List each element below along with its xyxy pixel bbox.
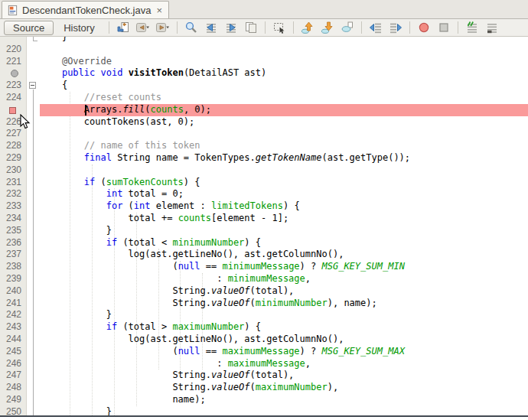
line-number[interactable]: 232 [0,188,26,200]
line-number[interactable]: 237 [0,249,26,261]
shift-line-right-button[interactable] [386,20,405,35]
line-number[interactable]: 231 [0,177,26,189]
breakpoint-glyph[interactable] [9,107,16,114]
fold-toggle[interactable] [29,82,36,89]
find-selection-button[interactable] [182,20,200,35]
stop-macro-recording-button[interactable] [435,20,453,35]
code-line-240: 240 String.valueOf(total), [0,285,528,298]
code-text[interactable]: : minimumMessage, [40,273,528,285]
line-number[interactable] [0,37,26,44]
code-text[interactable]: String.valueOf(maximumNumber), [40,382,528,394]
back-icon [135,21,150,34]
fold-column [26,309,40,321]
toolbar-separator [458,21,458,34]
code-text[interactable]: for (int element : limitedTokens) { [40,200,528,213]
line-number[interactable]: 223 [0,80,26,92]
line-number[interactable]: 233 [0,200,26,213]
code-line-243: 243 if (total > maximumNumber) { [0,321,528,334]
tab-descendanttokencheck[interactable]: DescendantTokenCheck.java × [2,1,169,18]
find-next-button[interactable] [222,20,240,35]
line-number[interactable]: 249 [0,394,26,406]
line-number[interactable]: 230 [0,164,26,177]
forward-button[interactable] [154,20,172,35]
code-text[interactable]: //reset counts [40,92,528,104]
line-number[interactable]: 236 [0,237,26,249]
code-text[interactable]: (null == minimumMessage) ? MSG_KEY_SUM_M… [40,261,528,273]
start-macro-recording-button[interactable] [415,20,433,35]
line-number[interactable]: 227 [0,128,26,140]
line-number[interactable]: 247 [0,370,26,382]
code-text[interactable]: } [40,309,528,321]
line-number[interactable]: 246 [0,358,26,370]
shift-line-left-button[interactable] [367,20,385,35]
line-number[interactable] [0,67,26,80]
line-number[interactable]: 242 [0,309,26,321]
line-number[interactable]: 235 [0,225,26,237]
toolbar-separator [293,21,294,34]
next-bookmark-button[interactable] [318,20,337,35]
line-number[interactable]: 229 [0,152,26,164]
comment-button[interactable] [463,20,481,35]
toggle-bookmark-button[interactable] [338,20,357,35]
line-number[interactable]: 245 [0,346,26,358]
history-button[interactable]: History [55,21,103,34]
code-text[interactable]: } [40,406,528,415]
previous-bookmark-button[interactable] [298,20,317,35]
fold-column [26,92,40,104]
line-number[interactable]: 238 [0,261,26,273]
line-number[interactable]: 241 [0,298,26,310]
code-text[interactable]: String.valueOf(total), [40,285,528,298]
uncomment-button[interactable] [483,20,501,35]
line-number[interactable]: 228 [0,140,26,152]
code-text[interactable]: if (total < minimumNumber) { [40,237,528,249]
rectangular-selection-button[interactable] [270,20,288,35]
code-text[interactable]: String.valueOf(minimumNumber), name); [40,298,528,310]
code-text[interactable]: : maximumMessage, [40,358,528,370]
line-number[interactable]: 220 [0,44,26,56]
code-text[interactable] [40,164,528,177]
code-text[interactable]: name); [40,394,528,406]
line-number[interactable]: 248 [0,382,26,394]
code-text[interactable]: String.valueOf(total), [40,370,528,382]
code-text[interactable] [40,128,528,140]
code-text[interactable]: } [40,225,528,237]
code-text[interactable] [40,44,528,56]
code-editor[interactable]: }220221 @Override public void visitToken… [0,37,528,415]
line-number[interactable]: 234 [0,213,26,225]
code-text[interactable]: total += counts[element - 1]; [40,213,528,225]
code-text[interactable]: { [40,80,528,92]
code-line-228: 228 // name of this token [0,140,528,152]
source-button[interactable]: Source [4,21,54,35]
code-text[interactable]: (null == maximumMessage) ? MSG_KEY_SUM_M… [40,346,528,358]
line-number[interactable]: 240 [0,285,26,298]
code-text[interactable]: if (sumTokenCounts) { [40,177,528,189]
line-number[interactable]: 250 [0,406,26,415]
code-line-229: 229 final String name = TokenTypes.getTo… [0,152,528,164]
code-text[interactable]: if (total > maximumNumber) { [40,321,528,334]
code-text[interactable]: // name of this token [40,140,528,152]
line-number[interactable]: 243 [0,321,26,334]
find-previous-button[interactable] [202,20,220,35]
line-number[interactable]: 244 [0,334,26,346]
code-line-236: 236 if (total < minimumNumber) { [0,237,528,249]
code-text[interactable]: log(ast.getLineNo(), ast.getColumnNo(), [40,334,528,346]
line-number[interactable]: 224 [0,92,26,104]
code-text[interactable]: final String name = TokenTypes.getTokenN… [40,152,528,164]
code-line-220: 220 [0,44,528,56]
tab-close-icon[interactable]: × [156,5,162,16]
fold-column [26,346,40,358]
line-number[interactable]: 221 [0,56,26,68]
code-text[interactable]: @Override [40,56,528,68]
annotation-circle-glyph[interactable] [11,70,18,77]
code-text[interactable]: countTokens(ast, 0); [40,116,528,129]
code-text[interactable]: } [40,37,528,44]
code-text[interactable]: log(ast.getLineNo(), ast.getColumnNo(), [40,249,528,261]
code-text[interactable]: public void visitToken(DetailAST ast) [40,67,528,80]
jump-last-edit-button[interactable] [114,20,132,35]
code-text[interactable]: int total = 0; [40,188,528,200]
line-number[interactable]: 239 [0,273,26,285]
fold-column [26,44,40,56]
toggle-highlight-search-button[interactable] [242,20,260,35]
back-button[interactable] [134,20,152,35]
code-text[interactable]: Arrays.fill(counts, 0); [40,104,528,116]
